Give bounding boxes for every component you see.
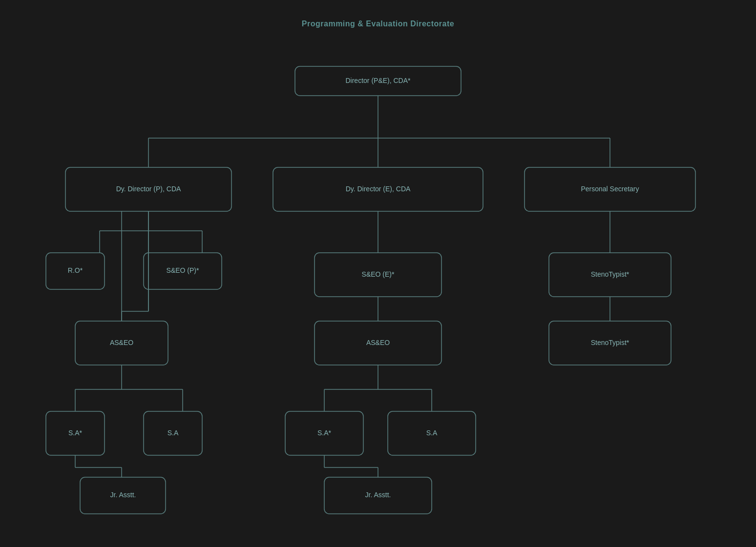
node-center-l4-label: Jr. Asstt.: [365, 491, 391, 499]
node-right-label: Personal Secretary: [581, 185, 639, 193]
node-center-label: Dy. Director (E), CDA: [346, 185, 411, 193]
chart-container: Programming & Evaluation Directorate: [10, 10, 746, 547]
node-left-l1-a-label: R.O*: [68, 266, 83, 274]
node-center-l2-label: AS&EO: [366, 339, 390, 346]
node-right-l2-label: StenoTypist*: [591, 339, 630, 346]
node-left-l1-b-label: S&EO (P)*: [167, 266, 199, 274]
node-right-l1-label: StenoTypist*: [591, 270, 630, 278]
node-center-l3-b-label: S.A: [426, 429, 438, 437]
node-left-l3-b-label: S.A: [168, 429, 179, 437]
node-left-l4-label: Jr. Asstt.: [110, 491, 136, 499]
node-left-label: Dy. Director (P), CDA: [116, 185, 181, 193]
node-center-l3-a-label: S.A*: [317, 429, 332, 437]
node-left-l2-label: AS&EO: [110, 339, 133, 346]
node-center-l1-label: S&EO (E)*: [362, 270, 395, 278]
chart-title: Programming & Evaluation Directorate: [302, 20, 454, 28]
org-chart-svg: Director (P&E), CDA* Dy. Director (P), C…: [36, 43, 720, 547]
node-root-label: Director (P&E), CDA*: [345, 77, 411, 84]
node-left-l3-a-label: S.A*: [68, 429, 83, 437]
